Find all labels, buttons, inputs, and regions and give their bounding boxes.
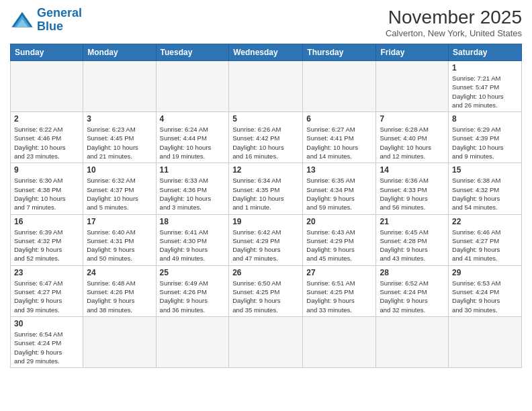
day-number: 13 [306,165,372,175]
day-number: 6 [306,114,372,124]
day-info: Sunrise: 6:47 AMSunset: 4:27 PMDaylight:… [14,279,79,314]
day-info: Sunrise: 6:51 AMSunset: 4:25 PMDaylight:… [306,279,372,314]
day-number: 5 [232,114,299,124]
day-info: Sunrise: 6:23 AMSunset: 4:45 PMDaylight:… [87,125,152,161]
day-number: 14 [380,165,445,175]
calendar-cell [83,316,156,367]
col-header-monday: Monday [83,44,156,61]
calendar-cell: 24Sunrise: 6:48 AMSunset: 4:26 PMDayligh… [83,265,156,316]
col-header-tuesday: Tuesday [156,44,229,61]
day-info: Sunrise: 6:40 AMSunset: 4:31 PMDaylight:… [87,228,152,263]
day-info: Sunrise: 7:21 AMSunset: 5:47 PMDaylight:… [452,74,518,109]
page: General Blue November 2025 Calverton, Ne… [0,0,532,411]
calendar-cell [229,316,303,367]
day-info: Sunrise: 6:43 AMSunset: 4:29 PMDaylight:… [306,228,372,263]
day-number: 4 [160,114,226,124]
logo: General Blue [10,7,82,34]
day-number: 27 [306,268,372,277]
day-info: Sunrise: 6:54 AMSunset: 4:24 PMDaylight:… [14,330,79,365]
day-info: Sunrise: 6:50 AMSunset: 4:25 PMDaylight:… [232,279,299,314]
calendar-cell: 12Sunrise: 6:34 AMSunset: 4:35 PMDayligh… [229,163,303,214]
calendar-cell: 23Sunrise: 6:47 AMSunset: 4:27 PMDayligh… [11,265,83,316]
day-number: 1 [452,63,518,73]
day-number: 9 [14,165,79,175]
day-number: 20 [306,217,372,226]
day-info: Sunrise: 6:28 AMSunset: 4:40 PMDaylight:… [380,125,445,161]
calendar-cell: 14Sunrise: 6:36 AMSunset: 4:33 PMDayligh… [376,163,449,214]
day-number: 2 [14,114,79,124]
day-info: Sunrise: 6:46 AMSunset: 4:27 PMDaylight:… [452,228,518,263]
calendar-cell: 30Sunrise: 6:54 AMSunset: 4:24 PMDayligh… [11,316,83,367]
day-number: 12 [232,165,299,175]
day-number: 30 [14,319,79,328]
calendar-week-row: 16Sunrise: 6:39 AMSunset: 4:32 PMDayligh… [11,214,522,265]
day-number: 23 [14,268,79,277]
logo-blue: Blue [37,19,63,33]
col-header-sunday: Sunday [11,44,83,61]
calendar-cell [303,61,376,112]
day-number: 19 [232,217,299,226]
day-info: Sunrise: 6:38 AMSunset: 4:32 PMDaylight:… [452,176,518,212]
day-info: Sunrise: 6:42 AMSunset: 4:29 PMDaylight:… [232,228,299,263]
calendar-cell: 17Sunrise: 6:40 AMSunset: 4:31 PMDayligh… [83,214,156,265]
calendar-header-row: SundayMondayTuesdayWednesdayThursdayFrid… [11,44,522,61]
calendar-cell: 15Sunrise: 6:38 AMSunset: 4:32 PMDayligh… [449,163,522,214]
day-info: Sunrise: 6:26 AMSunset: 4:42 PMDaylight:… [232,125,299,161]
day-number: 11 [160,165,226,175]
calendar-cell: 5Sunrise: 6:26 AMSunset: 4:42 PMDaylight… [229,112,303,163]
day-number: 22 [452,217,518,226]
day-info: Sunrise: 6:32 AMSunset: 4:37 PMDaylight:… [87,176,152,212]
day-number: 26 [232,268,299,277]
calendar-cell [83,61,156,112]
calendar-cell: 7Sunrise: 6:28 AMSunset: 4:40 PMDaylight… [376,112,449,163]
day-info: Sunrise: 6:49 AMSunset: 4:26 PMDaylight:… [160,279,226,314]
generalblue-logo-icon [10,11,34,30]
calendar-week-row: 1Sunrise: 7:21 AMSunset: 5:47 PMDaylight… [11,61,522,112]
calendar-cell: 8Sunrise: 6:29 AMSunset: 4:39 PMDaylight… [449,112,522,163]
day-info: Sunrise: 6:36 AMSunset: 4:33 PMDaylight:… [380,176,445,212]
day-info: Sunrise: 6:41 AMSunset: 4:30 PMDaylight:… [160,228,226,263]
day-info: Sunrise: 6:45 AMSunset: 4:28 PMDaylight:… [380,228,445,263]
calendar-week-row: 2Sunrise: 6:22 AMSunset: 4:46 PMDaylight… [11,112,522,163]
calendar-cell: 4Sunrise: 6:24 AMSunset: 4:44 PMDaylight… [156,112,229,163]
calendar-cell: 13Sunrise: 6:35 AMSunset: 4:34 PMDayligh… [303,163,376,214]
day-number: 7 [380,114,445,124]
calendar-cell [11,61,83,112]
header: General Blue November 2025 Calverton, Ne… [10,7,522,38]
day-info: Sunrise: 6:35 AMSunset: 4:34 PMDaylight:… [306,176,372,212]
calendar-week-row: 23Sunrise: 6:47 AMSunset: 4:27 PMDayligh… [11,265,522,316]
day-info: Sunrise: 6:22 AMSunset: 4:46 PMDaylight:… [14,125,79,161]
calendar-cell: 25Sunrise: 6:49 AMSunset: 4:26 PMDayligh… [156,265,229,316]
col-header-saturday: Saturday [449,44,522,61]
calendar-cell: 2Sunrise: 6:22 AMSunset: 4:46 PMDaylight… [11,112,83,163]
calendar-cell: 11Sunrise: 6:33 AMSunset: 4:36 PMDayligh… [156,163,229,214]
calendar-cell: 16Sunrise: 6:39 AMSunset: 4:32 PMDayligh… [11,214,83,265]
day-number: 18 [160,217,226,226]
calendar-cell: 1Sunrise: 7:21 AMSunset: 5:47 PMDaylight… [449,61,522,112]
calendar-cell [156,316,229,367]
subtitle: Calverton, New York, United States [386,28,522,38]
calendar-cell [229,61,303,112]
calendar-cell: 6Sunrise: 6:27 AMSunset: 4:41 PMDaylight… [303,112,376,163]
day-number: 25 [160,268,226,277]
title-block: November 2025 Calverton, New York, Unite… [386,7,522,38]
calendar-cell: 19Sunrise: 6:42 AMSunset: 4:29 PMDayligh… [229,214,303,265]
day-info: Sunrise: 6:53 AMSunset: 4:24 PMDaylight:… [452,279,518,314]
day-number: 3 [87,114,152,124]
calendar-cell: 22Sunrise: 6:46 AMSunset: 4:27 PMDayligh… [449,214,522,265]
calendar-cell: 27Sunrise: 6:51 AMSunset: 4:25 PMDayligh… [303,265,376,316]
day-info: Sunrise: 6:30 AMSunset: 4:38 PMDaylight:… [14,176,79,212]
logo-text: General Blue [37,7,82,34]
logo-general: General [37,6,82,19]
day-number: 28 [380,268,445,277]
calendar-cell: 9Sunrise: 6:30 AMSunset: 4:38 PMDaylight… [11,163,83,214]
day-number: 16 [14,217,79,226]
col-header-thursday: Thursday [303,44,376,61]
day-info: Sunrise: 6:39 AMSunset: 4:32 PMDaylight:… [14,228,79,263]
day-info: Sunrise: 6:24 AMSunset: 4:44 PMDaylight:… [160,125,226,161]
calendar-cell: 26Sunrise: 6:50 AMSunset: 4:25 PMDayligh… [229,265,303,316]
day-number: 24 [87,268,152,277]
col-header-wednesday: Wednesday [229,44,303,61]
calendar-cell: 10Sunrise: 6:32 AMSunset: 4:37 PMDayligh… [83,163,156,214]
calendar-cell [376,316,449,367]
